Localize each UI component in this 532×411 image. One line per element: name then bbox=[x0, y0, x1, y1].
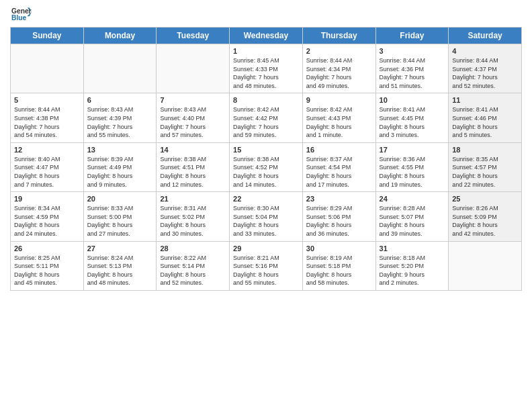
calendar-cell: 7Sunrise: 8:43 AM Sunset: 4:40 PM Daylig… bbox=[157, 93, 230, 142]
weekday-header-saturday: Saturday bbox=[449, 28, 522, 44]
calendar-week-row: 5Sunrise: 8:44 AM Sunset: 4:38 PM Daylig… bbox=[11, 93, 522, 142]
day-info: Sunrise: 8:38 AM Sunset: 4:51 PM Dayligh… bbox=[160, 155, 226, 189]
calendar-cell: 9Sunrise: 8:42 AM Sunset: 4:43 PM Daylig… bbox=[302, 93, 375, 142]
calendar-cell: 30Sunrise: 8:19 AM Sunset: 5:18 PM Dayli… bbox=[302, 241, 375, 290]
day-info: Sunrise: 8:21 AM Sunset: 5:16 PM Dayligh… bbox=[233, 254, 299, 287]
day-number: 11 bbox=[452, 96, 518, 104]
day-info: Sunrise: 8:44 AM Sunset: 4:36 PM Dayligh… bbox=[380, 56, 445, 90]
calendar-cell: 4Sunrise: 8:44 AM Sunset: 4:37 PM Daylig… bbox=[449, 44, 522, 93]
day-info: Sunrise: 8:28 AM Sunset: 5:07 PM Dayligh… bbox=[380, 204, 445, 238]
day-number: 27 bbox=[87, 244, 153, 253]
day-number: 29 bbox=[233, 244, 299, 253]
day-info: Sunrise: 8:24 AM Sunset: 5:13 PM Dayligh… bbox=[87, 254, 153, 287]
calendar-week-row: 12Sunrise: 8:40 AM Sunset: 4:47 PM Dayli… bbox=[11, 142, 522, 191]
calendar-cell: 28Sunrise: 8:22 AM Sunset: 5:14 PM Dayli… bbox=[157, 241, 230, 290]
page: General Blue SundayMondayTuesdayWednesda… bbox=[0, 0, 532, 411]
calendar-cell: 15Sunrise: 8:38 AM Sunset: 4:52 PM Dayli… bbox=[230, 142, 303, 191]
day-number: 5 bbox=[14, 96, 80, 104]
day-number: 9 bbox=[306, 96, 372, 104]
calendar-cell: 5Sunrise: 8:44 AM Sunset: 4:38 PM Daylig… bbox=[11, 93, 84, 142]
calendar-cell: 3Sunrise: 8:44 AM Sunset: 4:36 PM Daylig… bbox=[375, 44, 449, 93]
calendar-cell: 16Sunrise: 8:37 AM Sunset: 4:54 PM Dayli… bbox=[302, 142, 375, 191]
day-number: 13 bbox=[87, 146, 153, 154]
day-info: Sunrise: 8:41 AM Sunset: 4:45 PM Dayligh… bbox=[380, 105, 445, 139]
calendar-cell: 20Sunrise: 8:33 AM Sunset: 5:00 PM Dayli… bbox=[83, 192, 157, 241]
calendar-cell: 12Sunrise: 8:40 AM Sunset: 4:47 PM Dayli… bbox=[11, 142, 84, 191]
day-number: 23 bbox=[306, 195, 372, 203]
day-info: Sunrise: 8:35 AM Sunset: 4:57 PM Dayligh… bbox=[452, 155, 518, 189]
calendar-week-row: 1Sunrise: 8:45 AM Sunset: 4:33 PM Daylig… bbox=[11, 44, 522, 93]
calendar-cell: 24Sunrise: 8:28 AM Sunset: 5:07 PM Dayli… bbox=[375, 192, 449, 241]
weekday-header-friday: Friday bbox=[375, 28, 449, 44]
day-number: 18 bbox=[452, 146, 518, 154]
calendar-cell: 23Sunrise: 8:29 AM Sunset: 5:06 PM Dayli… bbox=[302, 192, 375, 241]
day-info: Sunrise: 8:44 AM Sunset: 4:37 PM Dayligh… bbox=[452, 56, 518, 90]
logo-icon: General Blue bbox=[11, 7, 32, 21]
day-info: Sunrise: 8:45 AM Sunset: 4:33 PM Dayligh… bbox=[233, 56, 299, 90]
day-number: 12 bbox=[14, 146, 80, 154]
day-number: 2 bbox=[306, 47, 372, 55]
day-info: Sunrise: 8:42 AM Sunset: 4:42 PM Dayligh… bbox=[233, 105, 299, 139]
day-info: Sunrise: 8:39 AM Sunset: 4:49 PM Dayligh… bbox=[87, 155, 153, 189]
day-number: 20 bbox=[87, 195, 153, 203]
calendar-cell bbox=[83, 44, 157, 93]
weekday-header-row: SundayMondayTuesdayWednesdayThursdayFrid… bbox=[11, 28, 522, 44]
day-number: 4 bbox=[452, 47, 518, 55]
calendar-cell: 18Sunrise: 8:35 AM Sunset: 4:57 PM Dayli… bbox=[449, 142, 522, 191]
day-number: 26 bbox=[14, 244, 80, 253]
day-number: 28 bbox=[160, 244, 226, 253]
calendar-cell: 22Sunrise: 8:30 AM Sunset: 5:04 PM Dayli… bbox=[230, 192, 303, 241]
calendar-cell: 1Sunrise: 8:45 AM Sunset: 4:33 PM Daylig… bbox=[230, 44, 303, 93]
day-number: 30 bbox=[306, 244, 372, 253]
day-info: Sunrise: 8:33 AM Sunset: 5:00 PM Dayligh… bbox=[87, 204, 153, 238]
day-number: 31 bbox=[380, 244, 445, 253]
day-number: 1 bbox=[233, 47, 299, 55]
day-number: 7 bbox=[160, 96, 226, 104]
calendar-cell: 25Sunrise: 8:26 AM Sunset: 5:09 PM Dayli… bbox=[449, 192, 522, 241]
day-number: 10 bbox=[380, 96, 445, 104]
calendar-table: SundayMondayTuesdayWednesdayThursdayFrid… bbox=[10, 27, 522, 291]
day-info: Sunrise: 8:30 AM Sunset: 5:04 PM Dayligh… bbox=[233, 204, 299, 238]
day-number: 25 bbox=[452, 195, 518, 203]
day-info: Sunrise: 8:40 AM Sunset: 4:47 PM Dayligh… bbox=[14, 155, 80, 189]
day-number: 21 bbox=[160, 195, 226, 203]
calendar-cell: 21Sunrise: 8:31 AM Sunset: 5:02 PM Dayli… bbox=[157, 192, 230, 241]
day-number: 14 bbox=[160, 146, 226, 154]
calendar-cell: 8Sunrise: 8:42 AM Sunset: 4:42 PM Daylig… bbox=[230, 93, 303, 142]
day-number: 8 bbox=[233, 96, 299, 104]
day-number: 6 bbox=[87, 96, 153, 104]
calendar-cell: 2Sunrise: 8:44 AM Sunset: 4:34 PM Daylig… bbox=[302, 44, 375, 93]
day-info: Sunrise: 8:19 AM Sunset: 5:18 PM Dayligh… bbox=[306, 254, 372, 287]
day-info: Sunrise: 8:38 AM Sunset: 4:52 PM Dayligh… bbox=[233, 155, 299, 189]
calendar-cell: 10Sunrise: 8:41 AM Sunset: 4:45 PM Dayli… bbox=[375, 93, 449, 142]
day-info: Sunrise: 8:34 AM Sunset: 4:59 PM Dayligh… bbox=[14, 204, 80, 238]
calendar-cell bbox=[157, 44, 230, 93]
day-number: 3 bbox=[380, 47, 445, 55]
calendar-cell: 11Sunrise: 8:41 AM Sunset: 4:46 PM Dayli… bbox=[449, 93, 522, 142]
day-number: 16 bbox=[306, 146, 372, 154]
calendar-cell: 14Sunrise: 8:38 AM Sunset: 4:51 PM Dayli… bbox=[157, 142, 230, 191]
calendar-week-row: 19Sunrise: 8:34 AM Sunset: 4:59 PM Dayli… bbox=[11, 192, 522, 241]
day-info: Sunrise: 8:29 AM Sunset: 5:06 PM Dayligh… bbox=[306, 204, 372, 238]
weekday-header-thursday: Thursday bbox=[302, 28, 375, 44]
day-info: Sunrise: 8:44 AM Sunset: 4:34 PM Dayligh… bbox=[306, 56, 372, 90]
day-info: Sunrise: 8:26 AM Sunset: 5:09 PM Dayligh… bbox=[452, 204, 518, 238]
calendar-cell: 29Sunrise: 8:21 AM Sunset: 5:16 PM Dayli… bbox=[230, 241, 303, 290]
calendar-cell: 6Sunrise: 8:43 AM Sunset: 4:39 PM Daylig… bbox=[83, 93, 157, 142]
calendar-cell: 13Sunrise: 8:39 AM Sunset: 4:49 PM Dayli… bbox=[83, 142, 157, 191]
day-info: Sunrise: 8:42 AM Sunset: 4:43 PM Dayligh… bbox=[306, 105, 372, 139]
day-info: Sunrise: 8:43 AM Sunset: 4:39 PM Dayligh… bbox=[87, 105, 153, 139]
day-number: 22 bbox=[233, 195, 299, 203]
day-number: 19 bbox=[14, 195, 80, 203]
day-info: Sunrise: 8:18 AM Sunset: 5:20 PM Dayligh… bbox=[380, 254, 445, 287]
weekday-header-wednesday: Wednesday bbox=[230, 28, 303, 44]
weekday-header-tuesday: Tuesday bbox=[157, 28, 230, 44]
day-number: 24 bbox=[380, 195, 445, 203]
day-number: 17 bbox=[380, 146, 445, 154]
day-info: Sunrise: 8:36 AM Sunset: 4:55 PM Dayligh… bbox=[380, 155, 445, 189]
logo: General Blue bbox=[10, 7, 33, 21]
svg-text:Blue: Blue bbox=[11, 14, 26, 21]
day-info: Sunrise: 8:31 AM Sunset: 5:02 PM Dayligh… bbox=[160, 204, 226, 238]
calendar-cell: 19Sunrise: 8:34 AM Sunset: 4:59 PM Dayli… bbox=[11, 192, 84, 241]
day-info: Sunrise: 8:41 AM Sunset: 4:46 PM Dayligh… bbox=[452, 105, 518, 139]
